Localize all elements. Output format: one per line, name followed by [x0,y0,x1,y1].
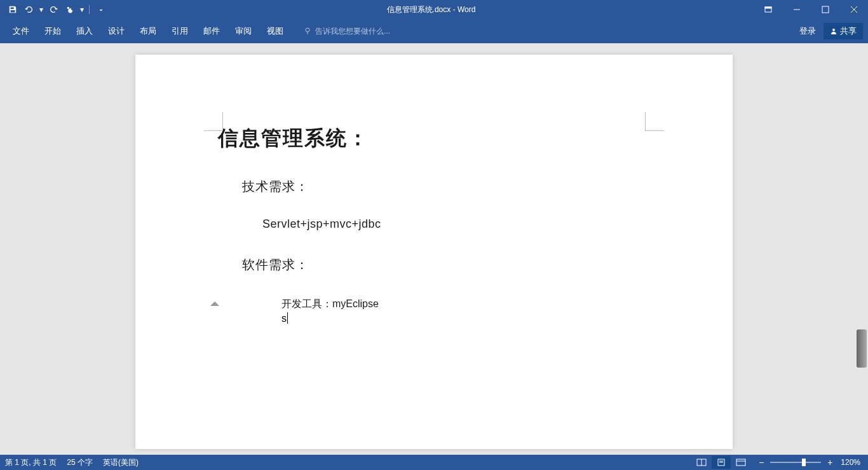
document-area[interactable]: 信息管理系统： 技术需求： Servlet+jsp+mvc+jdbc 软件需求：… [0,43,868,455]
customize-qa-button[interactable] [93,2,109,17]
section2-heading[interactable]: 软件需求： [242,256,650,273]
svg-rect-2 [765,7,771,8]
tab-layout[interactable]: 布局 [132,20,164,42]
side-panel-handle[interactable] [857,329,867,368]
tab-file[interactable]: 文件 [5,20,37,42]
touch-dropdown[interactable]: ▾ [79,2,85,17]
ribbon-right: 登录 共享 [794,23,863,39]
tell-me-placeholder: 告诉我您想要做什么... [315,26,390,37]
window-title: 信息管理系统.docx - Word [109,4,754,15]
share-label: 共享 [840,25,857,37]
tab-view[interactable]: 视图 [259,20,291,42]
read-mode-button[interactable] [692,456,711,469]
tab-home[interactable]: 开始 [37,20,69,42]
typing-text: s [281,313,287,324]
undo-button[interactable] [22,2,37,17]
document-page[interactable]: 信息管理系统： 技术需求： Servlet+jsp+mvc+jdbc 软件需求：… [135,55,733,449]
typing-line[interactable]: s [281,312,650,324]
zoom-slider: − + [756,457,835,467]
maximize-button[interactable] [811,0,839,19]
undo-dropdown[interactable]: ▾ [38,2,44,17]
title-bar: ▾ ▾ 信息管理系统.docx - Word [0,0,868,19]
login-button[interactable]: 登录 [794,23,821,39]
lightbulb-icon [304,27,311,36]
app-name: Word [458,5,475,14]
page-status[interactable]: 第 1 页, 共 1 页 [5,457,57,468]
save-button[interactable] [5,2,20,17]
indent-marker [210,301,219,306]
section1-body[interactable]: Servlet+jsp+mvc+jdbc [262,218,650,231]
status-right: − + 120% [692,456,863,469]
margin-corner-tl [204,112,223,131]
status-bar: 第 1 页, 共 1 页 25 个字 英语(美国) − + 120% [0,455,868,470]
svg-point-10 [832,29,835,31]
ribbon-display-button[interactable] [754,0,782,19]
section2-body[interactable]: 开发工具：myEclipse [281,296,650,312]
window-controls [754,0,868,19]
close-button[interactable] [839,0,868,19]
document-title[interactable]: 信息管理系统： [218,125,650,153]
qa-divider [89,5,90,14]
ribbon-tabs: 文件 开始 插入 设计 布局 引用 邮件 审阅 视图 告诉我您想要做什么... … [0,19,868,43]
tab-mailings[interactable]: 邮件 [196,20,227,42]
zoom-track[interactable] [770,462,821,463]
tab-design[interactable]: 设计 [100,20,132,42]
zoom-thumb[interactable] [802,459,806,466]
section1-heading[interactable]: 技术需求： [242,178,650,195]
language-status[interactable]: 英语(美国) [103,457,139,468]
margin-corner-tr [645,112,664,131]
web-layout-button[interactable] [731,456,750,469]
minimize-button[interactable] [782,0,811,19]
svg-rect-16 [736,459,745,466]
zoom-level[interactable]: 120% [841,458,860,467]
word-count[interactable]: 25 个字 [67,457,93,468]
svg-rect-4 [822,6,829,13]
tab-review[interactable]: 审阅 [227,20,259,42]
touch-mode-button[interactable] [62,2,78,17]
text-cursor [287,312,288,324]
tab-insert[interactable]: 插入 [69,20,100,42]
zoom-out-button[interactable]: − [756,457,766,467]
svg-point-7 [306,28,309,32]
tell-me-search[interactable]: 告诉我您想要做什么... [304,26,390,37]
svg-point-0 [67,7,70,10]
tab-references[interactable]: 引用 [164,20,196,42]
redo-button[interactable] [46,2,61,17]
zoom-in-button[interactable]: + [825,457,835,467]
print-layout-button[interactable] [712,456,731,469]
share-button[interactable]: 共享 [824,23,863,39]
document-name: 信息管理系统.docx [387,5,451,14]
quick-access-toolbar: ▾ ▾ [0,2,109,17]
